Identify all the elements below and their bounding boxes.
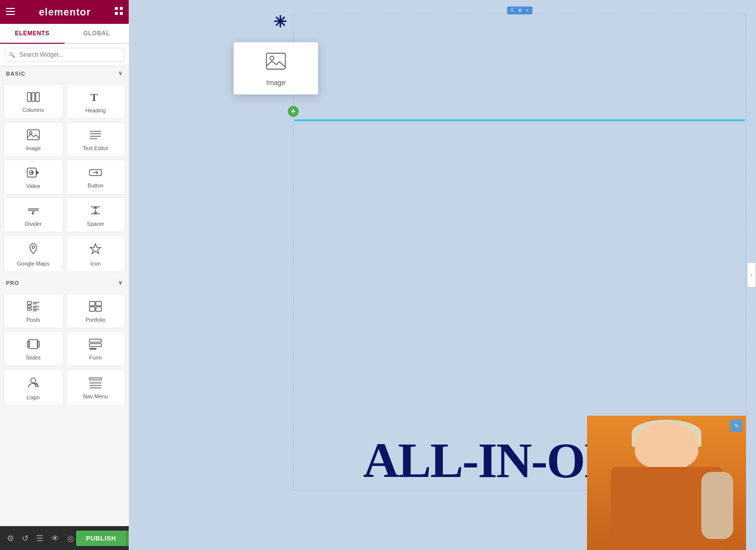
svg-rect-33 [27, 301, 31, 304]
svg-rect-49 [89, 339, 101, 342]
section-settings-icon[interactable]: ⚙ [517, 7, 522, 13]
history-tool-icon[interactable]: ↺ [20, 532, 30, 545]
widget-google-maps-label: Google Maps [17, 261, 49, 267]
sidebar-header: elementor [0, 0, 129, 24]
chevron-down-icon: ∨ [118, 70, 123, 77]
person-head [635, 423, 698, 470]
divider-icon [27, 205, 40, 218]
svg-rect-8 [32, 92, 35, 101]
widget-login-label: Login [26, 394, 40, 400]
google-maps-icon [27, 243, 39, 258]
widget-spacer[interactable]: Spacer [66, 197, 126, 232]
svg-rect-48 [37, 341, 39, 347]
chevron-pro-icon: ∨ [118, 279, 123, 286]
asterisk-decoration: ✳ [273, 12, 287, 31]
section-close-icon[interactable]: × [525, 7, 529, 13]
svg-rect-9 [36, 92, 39, 101]
pro-widgets-grid: Posts Portfolio [0, 290, 129, 409]
bottom-toolbar: ⚙ ↺ ☰ 👁 ◎ PUBLISH ▲ [0, 526, 129, 550]
settings-tool-icon[interactable]: ⚙ [5, 532, 16, 545]
person-image [587, 416, 746, 550]
widget-button[interactable]: Button [66, 160, 126, 194]
widget-slides[interactable]: Slides [3, 331, 63, 366]
section-pro-header[interactable]: PRO ∨ [0, 275, 129, 290]
widget-portfolio[interactable]: Portfolio [66, 293, 126, 328]
widget-google-maps[interactable]: Google Maps [3, 235, 63, 272]
svg-rect-50 [89, 344, 101, 347]
hamburger-icon[interactable] [6, 7, 15, 17]
add-element-circle[interactable]: + [288, 106, 299, 117]
main-layout: elementor ELEMENTS GLOBAL [0, 0, 756, 550]
svg-point-31 [32, 246, 34, 249]
dragged-widget-label: Image [266, 79, 286, 87]
collapse-sidebar-button[interactable]: ‹ [747, 263, 756, 287]
widget-nav-menu[interactable]: Nav Menu [66, 369, 126, 406]
svg-marker-20 [30, 171, 33, 174]
svg-rect-4 [120, 7, 123, 10]
edit-image-icon[interactable]: ✎ [730, 420, 742, 432]
widget-heading[interactable]: T Heading [66, 84, 126, 119]
drop-indicator-line [295, 119, 745, 121]
svg-rect-54 [89, 378, 101, 380]
icon-widget-icon [89, 243, 102, 258]
svg-rect-0 [6, 8, 15, 9]
svg-point-59 [270, 56, 274, 60]
section-basic-label: BASIC [6, 71, 25, 77]
tab-global[interactable]: GLOBAL [65, 24, 129, 43]
login-icon [27, 376, 40, 391]
svg-rect-51 [89, 348, 96, 350]
widget-form[interactable]: Form [66, 331, 126, 366]
basic-widgets-grid: Columns T Heading [0, 81, 129, 275]
rope-accent [701, 472, 733, 539]
widget-button-label: Button [87, 183, 103, 188]
svg-rect-45 [96, 307, 101, 311]
widget-divider[interactable]: Divider [3, 197, 63, 232]
image-icon [27, 129, 40, 142]
svg-rect-34 [27, 305, 31, 307]
preview-tool-icon[interactable]: 👁 [49, 532, 61, 545]
sidebar-tabs: ELEMENTS GLOBAL [0, 24, 129, 44]
svg-rect-43 [96, 301, 101, 306]
search-box [0, 44, 129, 66]
widget-icon-label: Icon [90, 261, 101, 267]
widget-icon[interactable]: Icon [66, 235, 126, 272]
heading-icon: T [89, 92, 101, 104]
responsive-tool-icon[interactable]: ☰ [34, 532, 45, 545]
widget-text-editor-label: Text Editor [83, 145, 108, 151]
sidebar: elementor ELEMENTS GLOBAL [0, 0, 129, 550]
widget-form-label: Form [89, 355, 102, 361]
widget-nav-menu-label: Nav Menu [83, 393, 108, 399]
svg-rect-42 [89, 301, 95, 306]
portfolio-icon [89, 301, 102, 314]
posts-icon [27, 301, 40, 314]
form-icon [89, 339, 102, 352]
tab-elements[interactable]: ELEMENTS [0, 24, 65, 44]
search-input[interactable] [5, 48, 124, 62]
text-editor-icon [89, 129, 102, 142]
widget-image[interactable]: Image [3, 122, 63, 157]
widget-video[interactable]: Video [3, 160, 63, 194]
widget-posts-label: Posts [26, 317, 40, 323]
publish-button[interactable]: PUBLISH [76, 531, 126, 546]
svg-rect-2 [6, 14, 15, 15]
dragged-image-widget[interactable]: Image [234, 42, 318, 94]
grid-icon[interactable] [115, 7, 123, 17]
widget-login[interactable]: Login [3, 369, 63, 406]
display-tool-icon[interactable]: ◎ [65, 532, 76, 545]
widget-slides-label: Slides [26, 355, 41, 361]
nav-menu-icon [89, 377, 102, 390]
widget-video-label: Video [26, 183, 40, 189]
svg-rect-46 [29, 340, 38, 349]
spacer-icon [89, 205, 102, 218]
section-move-handle[interactable]: ⠿ [510, 7, 514, 13]
svg-rect-5 [115, 12, 118, 15]
section-basic-header[interactable]: BASIC ∨ [0, 66, 129, 81]
widget-posts[interactable]: Posts [3, 293, 63, 328]
widget-heading-label: Heading [85, 107, 106, 113]
widget-columns[interactable]: Columns [3, 84, 63, 119]
svg-rect-11 [27, 130, 39, 140]
widget-text-editor[interactable]: Text Editor [66, 122, 126, 157]
widget-portfolio-label: Portfolio [85, 317, 105, 323]
dragged-widget-image-icon [265, 52, 286, 74]
svg-marker-18 [36, 170, 39, 175]
